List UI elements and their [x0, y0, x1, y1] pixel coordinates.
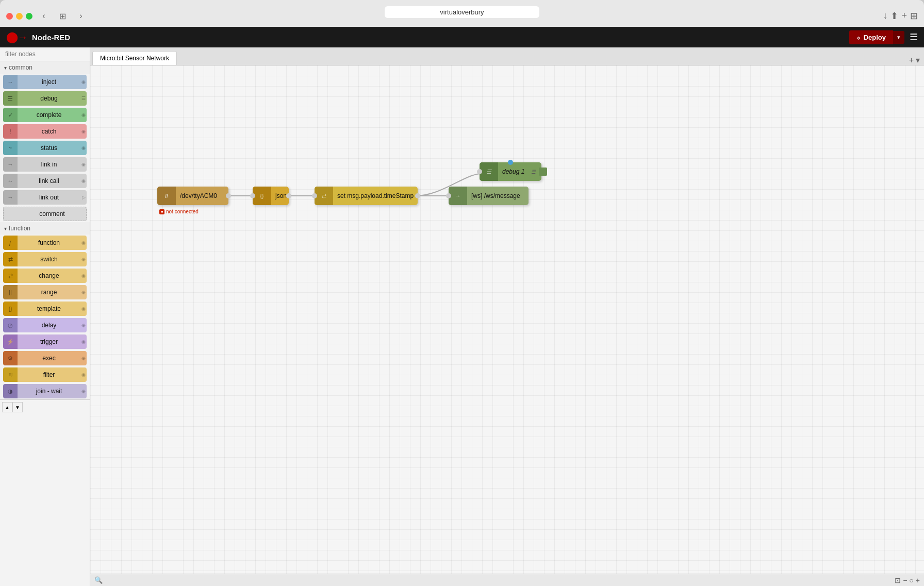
hamburger-menu-button[interactable]: ☰	[910, 31, 918, 43]
debug1-menu-icon[interactable]: ☰	[529, 167, 538, 176]
zoom-fit-button[interactable]: ⊡	[895, 576, 901, 584]
new-tab-icon[interactable]: +	[901, 10, 907, 22]
sidebar-toggle-browser[interactable]: ⊞	[55, 9, 70, 23]
sidebar-item-trigger[interactable]: ⚡ trigger ◉	[3, 334, 87, 349]
switch-port: ◉	[80, 252, 87, 266]
complete-label: complete	[18, 111, 80, 119]
zoom-reset-button[interactable]: ○	[909, 576, 913, 584]
canvas-area: Micro:bit Sensor Network + ▾	[90, 47, 924, 586]
change-input-port	[312, 193, 317, 198]
comment-label: comment	[18, 210, 86, 217]
minimize-button[interactable]	[16, 13, 23, 20]
template-port: ◉	[80, 302, 87, 316]
join-wait-label: join - wait	[18, 388, 80, 395]
flow-node-debug1[interactable]: ☰ debug 1 ☰	[480, 162, 541, 181]
section-header-common[interactable]: ▾ common	[0, 61, 90, 74]
sidebar-item-inject[interactable]: → inject ◉	[3, 75, 87, 89]
flow-node-json[interactable]: {} json	[253, 187, 289, 205]
browser-actions: ↓ ⬆ + ⊞	[883, 10, 918, 22]
deploy-button[interactable]: ⬦ Deploy	[849, 30, 893, 44]
zoom-in-button[interactable]: +	[916, 576, 920, 584]
sidebar-bottom: ▲ ▼	[0, 399, 90, 414]
chevron-down-icon: ▾	[4, 65, 7, 71]
section-label-function: function	[9, 225, 30, 232]
sidebar-item-template[interactable]: {} template ◉	[3, 302, 87, 316]
canvas-search-input[interactable]	[107, 577, 178, 583]
share-icon[interactable]: ⬆	[890, 10, 898, 22]
address-bar[interactable]: virtualoverbury	[385, 6, 539, 18]
link-in-port: ◉	[80, 157, 87, 172]
link-call-icon: ↔	[3, 174, 18, 188]
sidebar-item-delay[interactable]: ◷ delay ◉	[3, 318, 87, 332]
section-label-common: common	[9, 64, 32, 71]
delay-port: ◉	[80, 318, 87, 332]
scroll-down-button[interactable]: ▼	[12, 402, 23, 412]
sidebar-item-complete[interactable]: ✓ complete ◉	[3, 108, 87, 122]
sidebar-item-function[interactable]: ƒ function ◉	[3, 236, 87, 250]
zoom-out-button[interactable]: −	[903, 576, 907, 584]
link-call-port: ◉	[80, 174, 87, 188]
flow-node-ws[interactable]: → [ws] /ws/message	[449, 187, 529, 205]
debug1-input-port	[477, 169, 482, 174]
delay-icon: ◷	[3, 318, 18, 332]
function-label: function	[18, 239, 80, 246]
join-icon: ◑	[3, 384, 18, 398]
exec-icon: ⚙	[3, 351, 18, 365]
tab-bar: Micro:bit Sensor Network + ▾	[90, 47, 924, 65]
section-header-function[interactable]: ▾ function	[0, 222, 90, 235]
trigger-icon: ⚡	[3, 334, 18, 349]
join-port: ◉	[80, 384, 87, 398]
link-in-icon: →	[3, 157, 18, 172]
sidebar: ▾ common → inject ◉ ☰ debug ☰ ✓ complete…	[0, 47, 90, 586]
tab-microbit[interactable]: Micro:bit Sensor Network	[92, 51, 177, 65]
sidebar-item-debug[interactable]: ☰ debug ☰	[3, 91, 87, 106]
debug-icon: ☰	[3, 91, 18, 106]
sidebar-item-catch[interactable]: ! catch ◉	[3, 124, 87, 139]
sidebar-item-range[interactable]: || range ◉	[3, 285, 87, 299]
json-output-port	[286, 193, 291, 198]
json-icon: {}	[253, 187, 271, 205]
app: ⬤→ Node-RED ⬦ Deploy ▾ ☰ ▾ common → inje…	[0, 27, 924, 586]
complete-port: ◉	[80, 108, 87, 122]
json-input-port	[250, 193, 255, 198]
link-out-icon: →	[3, 190, 18, 205]
deploy-dropdown-button[interactable]: ▾	[893, 31, 904, 44]
sidebar-item-filter[interactable]: ≋ filter ◉	[3, 367, 87, 382]
catch-port: ◉	[80, 124, 87, 139]
debug1-actions: ☰	[529, 167, 549, 176]
filter-input[interactable]	[0, 47, 90, 61]
switch-label: switch	[18, 256, 80, 263]
download-icon[interactable]: ↓	[883, 10, 887, 22]
add-tab-button[interactable]: +	[909, 56, 914, 65]
forward-button[interactable]: ›	[74, 9, 88, 23]
topbar: ⬤→ Node-RED ⬦ Deploy ▾ ☰	[0, 27, 924, 47]
sidebar-item-join-wait[interactable]: ◑ join - wait ◉	[3, 384, 87, 398]
flow-canvas: // /dev/ttyACM0 ■ not connected {} json	[90, 65, 924, 574]
grid-icon[interactable]: ⊞	[910, 10, 918, 22]
serial-label: /dev/ttyACM0	[176, 192, 228, 199]
sidebar-item-change[interactable]: ⇄ change ◉	[3, 269, 87, 283]
link-in-label: link in	[18, 161, 80, 168]
sidebar-item-status[interactable]: ~ status ◉	[3, 141, 87, 155]
close-button[interactable]	[6, 13, 13, 20]
debug1-toggle[interactable]	[539, 168, 547, 176]
flow-node-serial[interactable]: // /dev/ttyACM0 ■ not connected	[157, 187, 228, 205]
flow-node-change[interactable]: ⇄ set msg.payload.timeStamp	[315, 187, 418, 205]
filter-icon: ≋	[3, 367, 18, 382]
debug1-top-port	[508, 160, 513, 165]
sidebar-item-link-in[interactable]: → link in ◉	[3, 157, 87, 172]
back-button[interactable]: ‹	[37, 9, 51, 23]
sidebar-item-link-out[interactable]: → link out ▷	[3, 190, 87, 205]
scroll-up-button[interactable]: ▲	[2, 402, 12, 412]
tab-menu-button[interactable]: ▾	[916, 55, 920, 65]
change-port: ◉	[80, 269, 87, 283]
sidebar-item-link-call[interactable]: ↔ link call ◉	[3, 174, 87, 188]
not-connected-label: not connected	[166, 209, 199, 214]
sidebar-item-comment[interactable]: comment	[3, 207, 87, 221]
inject-label: inject	[18, 78, 80, 86]
comment-icon	[4, 207, 18, 221]
sidebar-item-exec[interactable]: ⚙ exec ◉	[3, 351, 87, 365]
sidebar-item-switch[interactable]: ⇄ switch ◉	[3, 252, 87, 266]
filter-label: filter	[18, 371, 80, 378]
maximize-button[interactable]	[26, 13, 32, 20]
